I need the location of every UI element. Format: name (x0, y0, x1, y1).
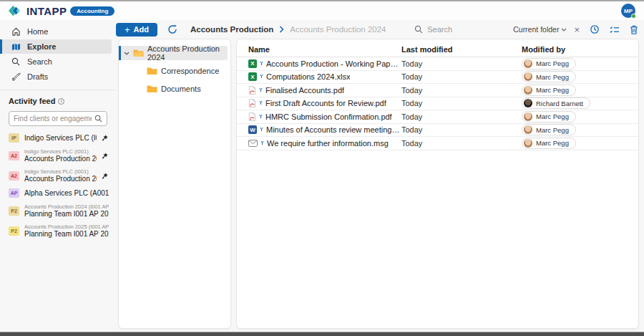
modified-by-pill[interactable]: Marc Pegg (522, 138, 576, 149)
folder-icon (147, 67, 157, 75)
shared-link-icon (260, 127, 263, 132)
sidebar-item-label: Explore (27, 42, 56, 51)
feed-item-engagement[interactable]: P2 Accounts Production 2024 (I001 AP 202… (0, 201, 114, 221)
engagement-badge: P2 (9, 226, 19, 236)
feed-item-client[interactable]: AP Alpha Services PLC (A001) (0, 186, 114, 201)
window-bottom-edge (0, 332, 644, 336)
last-modified: Today (401, 59, 522, 68)
table-row[interactable]: HMRC Submission Confirmation.pdf Today M… (237, 110, 638, 124)
clear-search-icon[interactable]: × (574, 25, 580, 34)
shared-link-icon (259, 100, 263, 105)
pin-icon[interactable] (102, 135, 109, 141)
last-modified: Today (401, 86, 522, 95)
breadcrumb-parent[interactable]: Accounts Production (190, 25, 273, 34)
search-input[interactable] (427, 25, 506, 34)
tree-node-label: Correspondence (161, 67, 219, 75)
info-icon: i (58, 98, 64, 105)
pin-icon[interactable] (102, 153, 109, 159)
app-header: INTAPP Accounting MP (0, 1, 644, 20)
avatar (524, 72, 532, 81)
shared-link-icon (260, 74, 263, 79)
avatar (524, 99, 532, 107)
intapp-logo-icon (7, 4, 23, 17)
recycle-bin-icon[interactable] (630, 25, 638, 34)
column-header-modified-by[interactable]: Modified by (522, 45, 631, 54)
brand: INTAPP Accounting (7, 4, 114, 17)
feed-item-subtitle: Indigo Services PLC (I001) (24, 168, 97, 175)
table-row[interactable]: X Computations 2024.xlsx Today Marc Pegg (237, 71, 638, 85)
file-name[interactable]: HMRC Submission Confirmation.pdf (265, 112, 392, 121)
feed-item-engagement[interactable]: A2 Indigo Services PLC (I001) Accounts P… (0, 145, 114, 165)
column-header-name[interactable]: Name (248, 45, 401, 54)
drafts-pen-icon (11, 72, 21, 81)
feed-item-title: Indigo Services PLC (I001) (24, 134, 97, 142)
person-name: Marc Pegg (536, 126, 569, 134)
add-button[interactable]: + Add (116, 23, 157, 37)
sidebar-item-home[interactable]: Home (0, 24, 112, 39)
feed-item-title: Alpha Services PLC (A001) (24, 189, 109, 197)
excel-file-icon: X (248, 72, 257, 81)
column-header-last-modified[interactable]: Last modified (401, 45, 522, 54)
search-icon (11, 57, 21, 66)
brand-name: INTAPP (26, 5, 67, 17)
search-box[interactable] (414, 25, 506, 34)
table-row[interactable]: Finalised Accounts.pdf Today Marc Pegg (237, 84, 638, 97)
sidebar-item-label: Search (27, 57, 52, 66)
person-name: Marc Pegg (536, 73, 569, 81)
modified-by-pill[interactable]: Marc Pegg (522, 85, 576, 96)
user-avatar[interactable]: MP (621, 4, 635, 18)
feed-item-client[interactable]: IP Indigo Services PLC (I001) (0, 130, 114, 145)
modified-by-pill[interactable]: Marc Pegg (522, 124, 576, 135)
shared-link-icon (260, 61, 263, 66)
sidebar-item-drafts[interactable]: Drafts (0, 69, 112, 84)
refresh-icon[interactable] (167, 24, 177, 34)
sidebar: Home Explore Search Drafts (0, 20, 114, 332)
sidebar-item-explore[interactable]: Explore (0, 39, 112, 54)
file-name[interactable]: Finalised Accounts.pdf (265, 86, 344, 95)
sidebar-item-label: Home (27, 27, 48, 36)
file-name[interactable]: First Draft Accounts for Review.pdf (265, 99, 386, 107)
feed-search-input[interactable] (14, 115, 92, 123)
main-area: + Add Accounts Production Accounts Produ… (114, 20, 644, 332)
pdf-file-icon (248, 86, 256, 95)
toolbar-right: Current folder × (414, 24, 638, 34)
checklist-icon[interactable] (610, 26, 620, 34)
file-name[interactable]: Accounts Production - Working Papers.xls… (266, 59, 401, 68)
email-file-icon (248, 140, 258, 147)
table-header: Name Last modified Modified by (237, 42, 638, 57)
tree-node-documents[interactable]: Documents (119, 82, 228, 96)
sidebar-divider (0, 90, 114, 90)
activity-feed-search[interactable] (9, 111, 107, 126)
table-row[interactable]: X Accounts Production - Working Papers.x… (237, 57, 638, 71)
table-row[interactable]: First Draft Accounts for Review.pdf Toda… (237, 97, 638, 111)
breadcrumb-current-folder: Accounts Production 2024 (290, 25, 386, 34)
tree-node-root[interactable]: Accounts Production 2024 (119, 46, 228, 60)
search-scope-dropdown[interactable]: Current folder (513, 25, 567, 34)
file-name[interactable]: We require further information.msg (267, 139, 389, 148)
sidebar-item-search[interactable]: Search (0, 54, 112, 69)
pdf-file-icon (248, 99, 256, 107)
feed-item-subtitle: Accounts Production 2024 (I001 AP 2024) (24, 203, 109, 210)
file-name[interactable]: Minutes of Accounts review meeting with … (266, 125, 401, 134)
pin-icon[interactable] (102, 173, 109, 179)
file-name[interactable]: Computations 2024.xlsx (266, 72, 350, 81)
home-icon (11, 27, 21, 36)
modified-by-pill[interactable]: Marc Pegg (522, 58, 576, 69)
feed-item-engagement[interactable]: P2 Accounts Production 2025 (I001 AP 202… (0, 221, 114, 241)
history-icon[interactable] (590, 24, 600, 34)
modified-by-pill[interactable]: Richard Barnett (522, 97, 590, 109)
modified-by-pill[interactable]: Marc Pegg (522, 111, 576, 123)
chevron-down-icon[interactable] (124, 52, 130, 55)
last-modified: Today (401, 139, 522, 148)
engagement-badge: A2 (9, 151, 19, 160)
map-icon (11, 43, 21, 51)
engagement-badge: P2 (9, 206, 19, 216)
modified-by-pill[interactable]: Marc Pegg (522, 71, 576, 82)
table-row[interactable]: W Minutes of Accounts review meeting wit… (237, 124, 638, 138)
table-row[interactable]: We require further information.msg Today… (237, 137, 638, 150)
feed-item-engagement[interactable]: A2 Indigo Services PLC (I001) Accounts P… (0, 165, 114, 186)
search-icon (414, 25, 423, 34)
chevron-down-icon (561, 28, 567, 32)
person-name: Marc Pegg (536, 139, 569, 147)
tree-node-correspondence[interactable]: Correspondence (119, 64, 228, 78)
